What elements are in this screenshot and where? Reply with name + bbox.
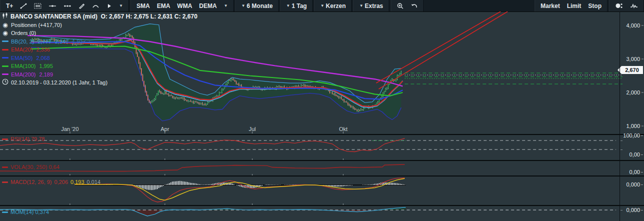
dropdown-1-tag[interactable]: ▼1 Tag (283, 0, 310, 12)
indicator-text: 0,193 (70, 179, 84, 185)
mom-line (0, 208, 406, 216)
trend-channel-line[interactable] (379, 12, 508, 89)
macd-line (75, 178, 405, 202)
axis-tick (621, 210, 623, 210)
indicator-pulse-icon[interactable] (627, 0, 642, 12)
axis-tick (641, 172, 643, 172)
indicator-text: RSI(14) 79,78 (10, 136, 44, 142)
legend-label: Positionen (+417,70) (11, 21, 62, 30)
order-bubbles-icon[interactable] (612, 0, 627, 12)
indicator-color-dash-icon (2, 166, 8, 168)
indicator-canvas[interactable] (0, 134, 644, 221)
price-axis-label: 3,000 (626, 56, 640, 62)
indicator-color-dash-icon (2, 66, 8, 67)
tool-pointer-icon[interactable] (103, 0, 115, 12)
legend-indicator-row[interactable]: EMA(20)2,336 (2, 46, 197, 54)
chart-toolbar: T+▼SMAEMAWMADEMA▼▼6 Monate▼1 Tag▼Kerzen▼… (0, 0, 644, 12)
ma-button-ema[interactable]: EMA (153, 0, 174, 12)
axis-tick (641, 136, 643, 136)
legend-indicator-row[interactable]: EMA(50)2,068 (2, 54, 197, 62)
rsi-label[interactable]: RSI(14) 79,78 (2, 136, 44, 142)
tool-fibonacci-icon[interactable] (30, 0, 45, 12)
indicator-name: EMA(200) (11, 70, 36, 79)
indicator-value: 1,917 (72, 38, 86, 46)
tool-arc-icon[interactable] (88, 0, 103, 12)
indicator-text: 0,206 (54, 179, 68, 185)
axis-tick (621, 150, 623, 150)
indicator-value: 1,995 (39, 62, 53, 70)
order-button-limit[interactable]: Limit (564, 0, 585, 12)
radio-icon[interactable]: ◉ (2, 21, 8, 30)
indicator-panels[interactable]: RSI(14) 79,78VOLA(30, 250) 0,64MACD(12, … (0, 134, 644, 221)
indicator-color-dash-icon (2, 49, 8, 50)
indicator-value: 2,189 (39, 70, 53, 79)
zoom-icon[interactable] (393, 0, 407, 12)
dropdown-extras[interactable]: ▼Extras (356, 0, 387, 12)
legend-toggle-positionen[interactable]: ◉Positionen (+417,70) (2, 21, 197, 30)
chart-legend: BANCO SANTANDER SA (mid) O: 2,657 H: 2,6… (2, 12, 197, 87)
indicator-color-dash-icon (2, 40, 8, 42)
macd-label[interactable]: MACD(12, 26, 9)0,2060,1930,014 (2, 179, 100, 185)
indicator-value: 2,336 (36, 46, 50, 54)
macd-signal-line (75, 178, 405, 200)
ma-button-dema[interactable]: DEMA (196, 0, 220, 12)
price-axis-label: 2,000 (626, 90, 640, 96)
ohlc-values: O: 2,657 H: 2,675 L: 2,631 C: 2,670 (101, 13, 197, 20)
tool-trendline-icon[interactable] (16, 0, 30, 12)
x-axis-month-label: Okt (339, 126, 347, 132)
indicator-name: BB(20, 2) (11, 38, 34, 46)
tool-points-icon[interactable] (60, 0, 75, 12)
instrument-title: BANCO SANTANDER SA (mid) O: 2,657 H: 2,6… (10, 12, 197, 21)
ma-caret-icon[interactable]: ▼ (220, 0, 231, 12)
price-axis-label: 4,000 (626, 22, 640, 28)
order-button-stop[interactable]: Stop (585, 0, 605, 12)
indicator-value: 2,347 (55, 38, 69, 46)
legend-label: Orders (0) (11, 29, 36, 38)
dropdown-6-monate[interactable]: ▼6 Monate (238, 0, 276, 12)
panel-axis-label: 0,000 (626, 207, 640, 213)
ma-button-sma[interactable]: SMA (133, 0, 153, 12)
axis-tick (641, 210, 643, 210)
vola-label[interactable]: VOLA(30, 250) 0,64 (2, 164, 59, 170)
toolbar-group: MarketLimitStop (535, 0, 608, 12)
date-range-text: 02.10.2019 - 03.12.2020 (1 Jahr, 1 Tag) (11, 78, 107, 87)
x-axis-month-label: Apr (160, 126, 169, 132)
main-price-chart[interactable]: Jan '20AprJulOkt4,0003,0002,0001,0002,67… (0, 12, 644, 134)
dropdown-kerzen[interactable]: ▼Kerzen (317, 0, 349, 12)
toolbar-group (609, 0, 644, 12)
axis-tick (621, 140, 623, 141)
legend-indicator-row[interactable]: EMA(200)2,189 (2, 70, 197, 79)
indicator-color-dash-icon (2, 74, 8, 75)
candlestick-icon (2, 12, 8, 22)
indicator-value: 2,777 (37, 38, 51, 46)
clock-icon (2, 78, 8, 88)
vola-line (0, 164, 405, 172)
tool-text-plus-icon[interactable]: T+ (2, 0, 16, 12)
indicator-color-dash-icon (2, 212, 8, 213)
legend-indicator-row[interactable]: EMA(100)1,995 (2, 62, 197, 70)
trend-channel-line[interactable] (376, 12, 501, 83)
toolbar-group: SMAEMAWMADEMA▼ (130, 0, 234, 12)
indicator-text: MACD(12, 26, 9) (10, 179, 52, 185)
indicator-text: VOLA(30, 250) 0,64 (10, 164, 59, 170)
panel-axis-label: 100,00 (623, 132, 640, 138)
tool-brush-icon[interactable] (75, 0, 88, 12)
tool-tools-caret-icon[interactable]: ▼ (115, 0, 126, 12)
instrument-header: BANCO SANTANDER SA (mid) O: 2,657 H: 2,6… (2, 12, 197, 21)
toolbar-group: T+▼ (0, 0, 129, 12)
axis-tick (641, 184, 643, 185)
panel-axis-label: 0,00 (630, 152, 640, 158)
toolbar-group: ▼6 Monate (235, 0, 279, 12)
legend-toggle-orders[interactable]: ◉Orders (0) (2, 29, 197, 38)
legend-date-range: 02.10.2019 - 03.12.2020 (1 Jahr, 1 Tag) (2, 78, 197, 87)
panel-axis-label: 0,000 (626, 182, 640, 188)
radio-icon[interactable]: ◉ (2, 29, 8, 38)
order-button-market[interactable]: Market (537, 0, 564, 12)
ma-button-wma[interactable]: WMA (174, 0, 196, 12)
last-price-value: 2,670 (625, 67, 639, 73)
undo-icon[interactable] (407, 0, 421, 12)
legend-indicator-row[interactable]: BB(20, 2)2,7772,3471,917 (2, 38, 197, 46)
x-axis-month-label: Jan '20 (61, 126, 78, 132)
mom-label[interactable]: MOM(14) 0,374 (2, 209, 49, 215)
tool-hline-icon[interactable] (45, 0, 60, 12)
